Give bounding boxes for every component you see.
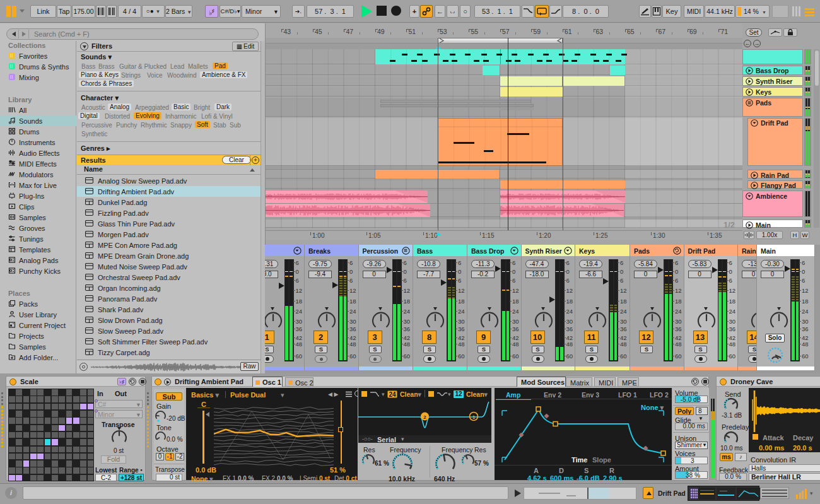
- svg-text:1: 1: [472, 414, 476, 420]
- svg-text:2: 2: [423, 414, 426, 420]
